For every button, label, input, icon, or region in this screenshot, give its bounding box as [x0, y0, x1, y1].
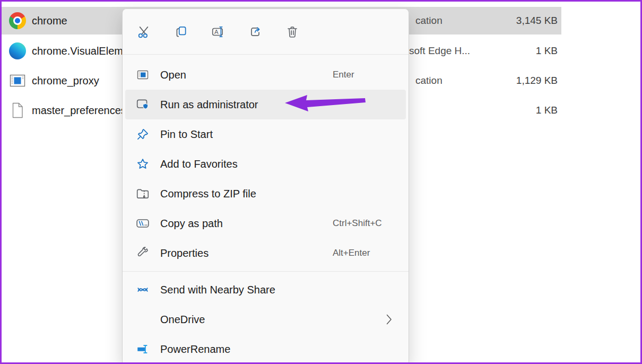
menu-item-label: PowerRename [160, 343, 230, 356]
copy-path-icon [136, 216, 150, 230]
menu-item-pin-to-start[interactable]: Pin to Start [125, 119, 406, 149]
delete-button[interactable] [277, 19, 307, 45]
file-explorer-window: chromecation3,145 KBchrome.VisualElemsof… [0, 0, 642, 364]
menu-item-label: Copy as path [160, 218, 223, 230]
uac-shield-icon [136, 98, 150, 111]
menu-item-label: Properties [160, 247, 209, 259]
menu-item-label: Add to Favorites [160, 158, 238, 170]
share-icon [248, 25, 262, 39]
rename-icon: A [211, 25, 225, 39]
wrench-icon [136, 246, 150, 260]
file-type: soft Edge H... [409, 45, 470, 57]
copy-button[interactable] [166, 19, 196, 45]
file-name: chrome_proxy [32, 75, 99, 87]
powerrename-icon [136, 342, 150, 356]
menu-item-label: OneDrive [160, 314, 205, 326]
zip-folder-icon [136, 187, 150, 201]
rename-button[interactable]: A [203, 19, 233, 45]
svg-text:A: A [214, 29, 219, 35]
app-window-icon [9, 72, 26, 89]
blank-icon [136, 313, 150, 326]
context-menu: A OpenEnterRun as administratorPin to St… [122, 8, 409, 364]
menu-item-powerrename[interactable]: PowerRename [125, 334, 406, 364]
chrome-icon [9, 12, 26, 29]
menu-item-compress-to-zip-file[interactable]: Compress to ZIP file [125, 179, 406, 209]
menu-item-shortcut: Alt+Enter [333, 248, 370, 258]
file-size: 1,129 KB [516, 75, 558, 86]
delete-icon [285, 25, 299, 39]
file-type: cation [415, 15, 443, 27]
annotation-arrow [284, 94, 368, 112]
menu-item-shortcut: Ctrl+Shift+C [333, 218, 382, 229]
edge-icon [9, 42, 26, 59]
cut-icon [137, 25, 151, 39]
menu-item-label: Compress to ZIP file [160, 188, 256, 200]
document-icon [9, 102, 26, 119]
menu-item-label: Open [160, 69, 186, 81]
file-size: 1 KB [536, 45, 558, 57]
share-button[interactable] [240, 19, 270, 45]
cut-button[interactable] [129, 19, 159, 45]
menu-item-label: Run as administrator [160, 99, 258, 111]
file-name: chrome.VisualElem [32, 45, 123, 57]
copy-icon [174, 25, 188, 39]
file-name: master_preferences [32, 105, 126, 117]
file-type: cation [415, 75, 443, 86]
menu-item-onedrive[interactable]: OneDrive [125, 305, 406, 334]
menu-item-properties[interactable]: PropertiesAlt+Enter [125, 238, 406, 268]
menu-item-shortcut: Enter [333, 70, 354, 80]
menu-item-copy-as-path[interactable]: Copy as pathCtrl+Shift+C [125, 209, 406, 238]
menu-item-label: Send with Nearby Share [160, 284, 275, 296]
nearby-share-icon [136, 283, 150, 297]
menu-item-open[interactable]: OpenEnter [125, 60, 406, 90]
menu-item-add-to-favorites[interactable]: Add to Favorites [125, 149, 406, 179]
file-name: chrome [32, 15, 67, 27]
context-menu-toolbar: A [123, 9, 409, 55]
file-size: 3,145 KB [516, 15, 558, 27]
menu-item-label: Pin to Start [160, 128, 213, 141]
open-icon [136, 68, 150, 82]
pin-icon [136, 127, 150, 141]
menu-separator [123, 271, 409, 272]
menu-item-send-with-nearby-share[interactable]: Send with Nearby Share [125, 275, 406, 305]
file-size: 1 KB [536, 105, 558, 116]
star-icon [136, 157, 150, 171]
chevron-right-icon [386, 314, 392, 325]
